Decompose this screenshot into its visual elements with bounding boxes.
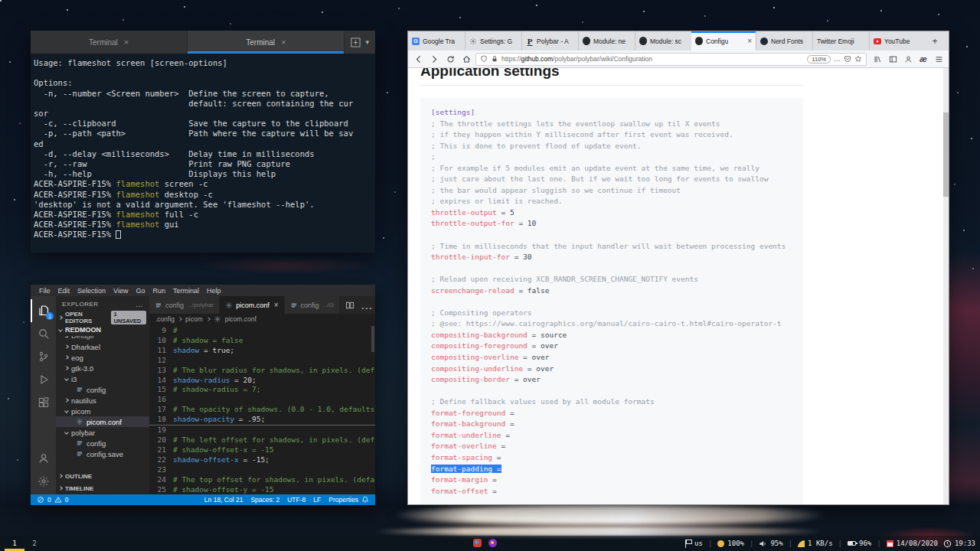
code-line[interactable]: 14shadow-radius = 20; bbox=[149, 376, 375, 386]
status-item[interactable]: Spaces: 2 bbox=[250, 496, 279, 504]
page-scrollbar[interactable] bbox=[943, 68, 949, 504]
sidebar-icon[interactable] bbox=[886, 52, 900, 66]
code-line[interactable]: 22shadow-offset-x = -15; bbox=[149, 455, 375, 465]
code-line[interactable]: 16 bbox=[149, 395, 375, 405]
tracking-shield-icon[interactable] bbox=[480, 55, 488, 63]
account-icon[interactable] bbox=[901, 52, 915, 66]
breadcrumb-item[interactable]: picom bbox=[185, 315, 203, 323]
page-actions-icon[interactable]: … bbox=[834, 55, 841, 63]
open-editors-section[interactable]: OPEN EDITORS 1 UNSAVED bbox=[56, 311, 149, 324]
home-icon[interactable] bbox=[459, 52, 473, 66]
url-bar[interactable]: https://github.com/polybar/polybar/wiki/… bbox=[475, 53, 867, 66]
source-control-icon[interactable] bbox=[31, 345, 56, 368]
close-tab-icon[interactable]: × bbox=[281, 37, 286, 47]
tree-item-picom.conf[interactable]: picom.conf bbox=[56, 416, 149, 427]
clock-module[interactable]: 19:33 bbox=[943, 540, 975, 548]
tree-item-Dharkael[interactable]: Dharkael bbox=[56, 341, 149, 352]
tree-item-i3[interactable]: i3 bbox=[56, 373, 149, 384]
lock-icon[interactable] bbox=[491, 55, 498, 63]
menu-icon[interactable] bbox=[932, 52, 946, 66]
breadcrumb-item[interactable]: .config bbox=[155, 315, 175, 323]
editor-tab-config[interactable]: config.../polybar bbox=[149, 296, 220, 314]
editor-tab-picom.conf[interactable]: picom.conf× bbox=[220, 296, 284, 314]
pocket-icon[interactable] bbox=[844, 55, 851, 63]
code-line[interactable]: 15# shadow-radius = 7; bbox=[149, 385, 375, 395]
tree-item-config[interactable]: config bbox=[56, 384, 149, 395]
zoom-level-badge[interactable]: 110% bbox=[807, 55, 831, 64]
notifications-bell-icon[interactable] bbox=[361, 496, 369, 504]
wiki-code-block[interactable]: [settings]; The throttle settings lets t… bbox=[420, 98, 803, 504]
browser-tab-youtube[interactable]: YouTube bbox=[869, 31, 926, 51]
new-tab-icon[interactable] bbox=[351, 37, 361, 47]
menu-view[interactable]: View bbox=[109, 287, 132, 295]
code-line[interactable]: 19 bbox=[149, 425, 375, 435]
app-tray-icon[interactable] bbox=[488, 539, 497, 547]
ae-extension-icon[interactable]: æ bbox=[916, 52, 930, 66]
reload-icon[interactable] bbox=[443, 52, 457, 66]
terminal-tab[interactable]: Terminal× bbox=[31, 31, 188, 54]
status-item[interactable]: Properties bbox=[328, 496, 358, 504]
warnings-icon[interactable] bbox=[54, 496, 62, 504]
menu-go[interactable]: Go bbox=[132, 287, 149, 295]
status-item[interactable]: Ln 18, Col 21 bbox=[204, 496, 243, 504]
explorer-icon[interactable]: 1 bbox=[31, 299, 56, 322]
workspace-1[interactable]: 1 bbox=[5, 536, 24, 551]
code-line[interactable]: 18shadow-opacity = .95; bbox=[149, 415, 375, 425]
browser-tab-polybar-a[interactable]: PPolybar - A bbox=[521, 31, 578, 51]
code-editor[interactable]: 9#10# shadow = false11shadow = true;12 1… bbox=[149, 324, 375, 494]
flag-module[interactable]: us bbox=[685, 540, 703, 548]
more-actions-icon[interactable]: … bbox=[361, 298, 373, 312]
back-icon[interactable] bbox=[411, 52, 425, 66]
url-text[interactable]: https://github.com/polybar/polybar/wiki/… bbox=[501, 55, 804, 63]
scrollbar-thumb[interactable] bbox=[943, 112, 949, 197]
code-line[interactable]: 12 bbox=[149, 356, 375, 366]
browser-tab-google-tra[interactable]: GGoogle Tra bbox=[408, 31, 465, 51]
terminal-output[interactable]: Usage: flameshot screen [screen-options]… bbox=[31, 54, 375, 253]
search-icon[interactable] bbox=[31, 322, 56, 345]
bookmark-star-icon[interactable] bbox=[854, 55, 862, 63]
battery-module[interactable]: 96% bbox=[848, 540, 871, 547]
tab-dropdown-icon[interactable]: ▾ bbox=[365, 38, 369, 46]
tree-item-picom[interactable]: picom bbox=[56, 406, 149, 416]
code-line[interactable]: 9# bbox=[149, 326, 375, 336]
timeline-section[interactable]: TIMELINE bbox=[56, 482, 149, 494]
close-tab-icon[interactable]: × bbox=[274, 301, 279, 309]
editor-scrollbar[interactable] bbox=[371, 326, 374, 352]
workspace-root[interactable]: REDMOON bbox=[56, 324, 149, 336]
code-line[interactable]: 10# shadow = false bbox=[149, 336, 375, 346]
menu-selection[interactable]: Selection bbox=[74, 287, 109, 295]
browser-tab-twitter-emoji[interactable]: Twitter Emoji bbox=[812, 31, 869, 51]
browser-tab-module-ne[interactable]: Module: ne bbox=[578, 31, 635, 51]
tree-item-nautilus[interactable]: nautilus bbox=[56, 395, 149, 406]
workspace-2[interactable]: 2 bbox=[24, 536, 44, 551]
code-line[interactable]: 11shadow = true; bbox=[149, 346, 375, 356]
breadcrumb[interactable]: .configpicompicom.conf bbox=[149, 314, 375, 324]
outline-section[interactable]: OUTLINE bbox=[56, 470, 149, 482]
explorer-more-icon[interactable]: ... bbox=[136, 300, 143, 308]
account-icon[interactable] bbox=[31, 447, 56, 470]
calendar-module[interactable]: 14/08/2020 bbox=[887, 540, 938, 547]
code-line[interactable]: 20# The left offset for shadows, in pixe… bbox=[149, 435, 375, 445]
library-icon[interactable] bbox=[871, 52, 884, 66]
status-item[interactable]: UTF-8 bbox=[287, 496, 305, 504]
split-editor-icon[interactable] bbox=[345, 301, 354, 310]
status-item[interactable]: LF bbox=[313, 496, 321, 504]
menu-run[interactable]: Run bbox=[149, 287, 169, 295]
breadcrumb-item[interactable]: picom.conf bbox=[225, 315, 256, 323]
extensions-icon[interactable] bbox=[31, 391, 56, 414]
browser-tab-module-sc[interactable]: Module: sc bbox=[635, 31, 691, 51]
menu-terminal[interactable]: Terminal bbox=[169, 287, 203, 295]
code-line[interactable]: 24# The top offset for shadows, in pixel… bbox=[149, 475, 375, 485]
tree-item-gtk-3.0[interactable]: gtk-3.0 bbox=[56, 363, 149, 373]
tree-item-config[interactable]: config bbox=[56, 438, 149, 448]
settings-icon[interactable] bbox=[31, 470, 56, 493]
code-line[interactable]: 13# The blur radius for shadows, in pixe… bbox=[149, 366, 375, 376]
tree-item-polybar[interactable]: polybar bbox=[56, 427, 149, 438]
editor-tab-config[interactable]: config.../i3 bbox=[285, 296, 340, 314]
errors-icon[interactable] bbox=[37, 496, 44, 504]
browser-tab-nerd-fonts[interactable]: Nerd Fonts bbox=[756, 31, 812, 51]
browser-tab-settings-g[interactable]: Settings: G bbox=[465, 31, 521, 51]
browser-tab-configu[interactable]: Configu× bbox=[691, 31, 756, 51]
flameshot-tray-icon[interactable] bbox=[473, 539, 482, 547]
brightness-module[interactable]: 100% bbox=[717, 540, 744, 547]
